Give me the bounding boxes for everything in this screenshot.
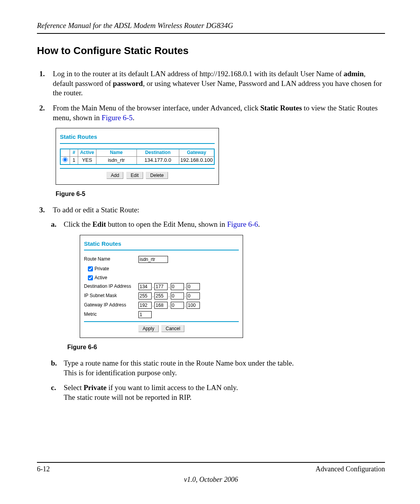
header-rule: [37, 33, 385, 34]
section-title: How to Configure Static Routes: [37, 45, 385, 57]
substep-b-text: Type a route name for this static route …: [64, 359, 371, 378]
active-checkbox[interactable]: [88, 275, 93, 280]
substep-letter-a: a.: [51, 220, 62, 229]
substep-a-text: Click the Edit button to open the Edit M…: [64, 220, 371, 229]
metric-label: Metric: [84, 312, 138, 318]
substep-c-text: Select Private if you want to limit acce…: [64, 383, 371, 402]
step-number-2: 2.: [39, 103, 51, 113]
subnet-4[interactable]: [187, 292, 200, 299]
static-routes-title: Static Routes: [60, 133, 215, 141]
substep-letter-c: c.: [51, 383, 62, 393]
version-date: v1.0, October 2006: [37, 476, 385, 484]
add-button[interactable]: Add: [107, 172, 123, 179]
substep-letter-b: b.: [51, 359, 62, 368]
figure-6-6: Static Routes Route Name Private Active …: [80, 235, 243, 338]
static-routes-table: # Active Name Destination Gateway 1 YES …: [60, 149, 215, 165]
step-1-text: Log in to the router at its default LAN …: [53, 69, 383, 98]
table-row: 1 YES isdn_rtr 134.177.0.0 192.168.0.100: [60, 156, 214, 164]
private-checkbox[interactable]: [88, 266, 93, 271]
cancel-button[interactable]: Cancel: [161, 325, 184, 332]
apply-button[interactable]: Apply: [138, 325, 159, 332]
figure-6-5: Static Routes # Active Name Destination …: [56, 128, 219, 185]
gateway-ip-label: Gateway IP Address: [84, 302, 138, 308]
route-name-label: Route Name: [84, 256, 138, 262]
step-number-1: 1.: [39, 69, 51, 79]
figure-6-6-label: Figure 6-6: [67, 343, 385, 352]
figure-6-6-ref[interactable]: Figure 6-6: [227, 220, 258, 228]
route-name-input[interactable]: [138, 256, 168, 263]
subnet-label: IP Subnet Mask: [84, 293, 138, 299]
gateway-1[interactable]: [138, 302, 152, 309]
figure-6-5-label: Figure 6-5: [56, 190, 385, 198]
subnet-3[interactable]: [171, 292, 184, 299]
step-3-text: To add or edit a Static Route:: [53, 205, 383, 215]
metric-input[interactable]: [138, 311, 152, 318]
route-select-radio[interactable]: [63, 157, 68, 162]
subnet-2[interactable]: [154, 292, 168, 299]
running-header: Reference Manual for the ADSL Modem Wire…: [37, 21, 385, 30]
page-number: 6-12: [37, 465, 50, 473]
step-number-3: 3.: [39, 205, 51, 215]
dest-ip-4[interactable]: [187, 283, 200, 290]
figure-6-5-ref[interactable]: Figure 6-5: [102, 114, 133, 122]
delete-button[interactable]: Delete: [146, 172, 168, 179]
private-label: Private: [94, 266, 109, 272]
chapter-name: Advanced Configuration: [316, 465, 385, 473]
static-routes-edit-title: Static Routes: [84, 240, 239, 248]
gateway-2[interactable]: [154, 302, 168, 309]
gateway-3[interactable]: [171, 302, 184, 309]
gateway-4[interactable]: [187, 302, 200, 309]
dest-ip-label: Destination IP Address: [84, 284, 138, 290]
dest-ip-2[interactable]: [154, 283, 168, 290]
subnet-1[interactable]: [138, 292, 152, 299]
step-2-text: From the Main Menu of the browser interf…: [53, 103, 383, 122]
active-label: Active: [94, 275, 107, 281]
edit-button[interactable]: Edit: [126, 172, 143, 179]
dest-ip-1[interactable]: [138, 283, 152, 290]
dest-ip-3[interactable]: [171, 283, 184, 290]
page-footer: 6-12 Advanced Configuration v1.0, Octobe…: [37, 462, 385, 484]
